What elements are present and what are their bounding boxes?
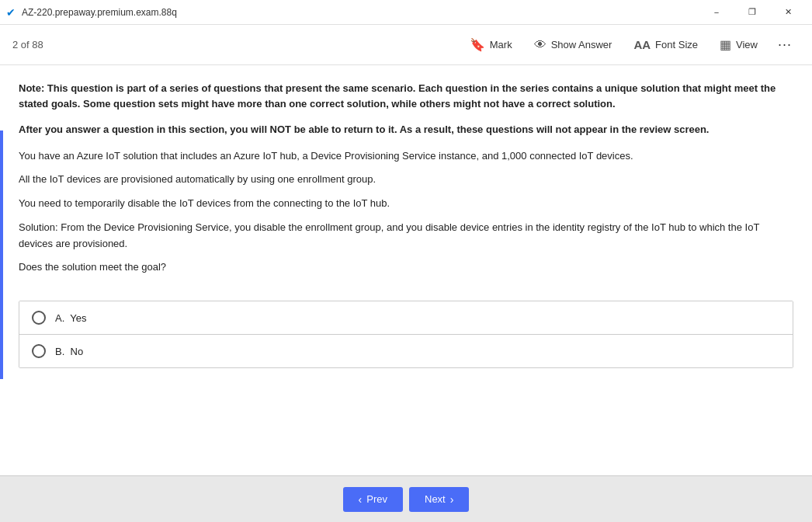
font-size-label: Font Size: [655, 39, 698, 50]
next-button[interactable]: Next ›: [409, 487, 469, 512]
bookmark-icon: 🔖: [470, 37, 485, 52]
view-icon: ▦: [720, 37, 731, 52]
option-b-label: B. No: [55, 346, 83, 357]
font-size-button[interactable]: AA Font Size: [624, 33, 707, 56]
title-bar-left: ✔ AZ-220.prepaway.premium.exam.88q: [6, 6, 177, 19]
view-button[interactable]: ▦ View: [710, 33, 767, 57]
option-a[interactable]: A. Yes: [19, 301, 793, 335]
minimize-button[interactable]: −: [699, 0, 734, 25]
note-box-2: After you answer a question in this sect…: [19, 122, 793, 137]
close-button[interactable]: ✕: [770, 0, 806, 25]
radio-a[interactable]: [32, 311, 46, 325]
mark-button[interactable]: 🔖 Mark: [460, 33, 522, 57]
checkmark-icon: ✔: [6, 6, 16, 19]
option-b[interactable]: B. No: [19, 335, 793, 367]
toolbar: 2 of 88 🔖 Mark 👁 Show Answer AA Font Siz…: [0, 25, 812, 65]
more-button[interactable]: ···: [770, 32, 800, 57]
note-text-1: Note: This question is part of a series …: [19, 82, 776, 110]
mark-label: Mark: [490, 39, 512, 50]
left-accent-bar: [0, 130, 3, 379]
para1: You have an Azure IoT solution that incl…: [19, 148, 793, 165]
title-bar-controls: − ❐ ✕: [699, 0, 806, 25]
maximize-button[interactable]: ❐: [734, 0, 770, 25]
question-text: You have an Azure IoT solution that incl…: [19, 148, 793, 284]
prev-arrow-icon: ‹: [359, 493, 363, 506]
next-label: Next: [425, 493, 446, 505]
show-answer-button[interactable]: 👁 Show Answer: [525, 33, 622, 57]
eye-icon: 👁: [534, 38, 547, 52]
para3: You need to temporarily disable the IoT …: [19, 196, 793, 212]
window-title: AZ-220.prepaway.premium.exam.88q: [22, 7, 177, 18]
main-content: Note: This question is part of a series …: [0, 65, 812, 475]
next-arrow-icon: ›: [450, 493, 454, 506]
note-text-2: After you answer a question in this sect…: [19, 124, 709, 135]
progress-indicator: 2 of 88: [12, 39, 43, 50]
prev-label: Prev: [366, 493, 387, 505]
para5: Does the solution meet the goal?: [19, 259, 793, 276]
view-label: View: [736, 39, 758, 50]
prev-button[interactable]: ‹ Prev: [343, 487, 403, 512]
toolbar-actions: 🔖 Mark 👁 Show Answer AA Font Size ▦ View…: [460, 32, 800, 57]
title-bar: ✔ AZ-220.prepaway.premium.exam.88q − ❐ ✕: [0, 0, 812, 25]
option-a-label: A. Yes: [55, 312, 86, 324]
para4: Solution: From the Device Provisioning S…: [19, 220, 793, 252]
show-answer-label: Show Answer: [551, 39, 612, 50]
para2: All the IoT devices are provisioned auto…: [19, 172, 793, 188]
bottom-bar: ‹ Prev Next ›: [0, 475, 812, 522]
note-box: Note: This question is part of a series …: [19, 81, 793, 111]
answer-options: A. Yes B. No: [19, 301, 793, 368]
progress-text: 2 of 88: [12, 39, 43, 50]
font-icon: AA: [633, 38, 651, 51]
radio-b[interactable]: [32, 344, 46, 358]
